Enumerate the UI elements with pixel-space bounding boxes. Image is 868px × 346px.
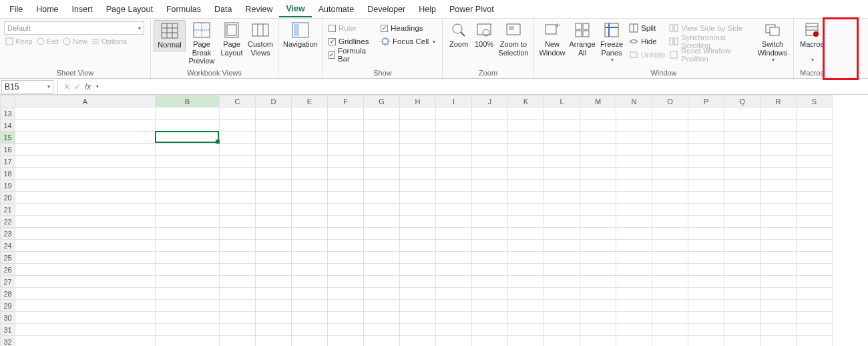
cell[interactable] — [761, 312, 797, 324]
cell[interactable] — [436, 120, 472, 132]
cell[interactable] — [797, 192, 833, 204]
cell[interactable] — [400, 300, 436, 312]
cell[interactable] — [761, 156, 797, 168]
cell[interactable] — [220, 288, 256, 300]
row-header[interactable]: 13 — [1, 108, 15, 120]
row-header[interactable]: 25 — [1, 252, 15, 264]
cell[interactable] — [292, 168, 328, 180]
cancel-formula-icon[interactable]: ✕ — [63, 82, 70, 92]
cell[interactable] — [256, 120, 292, 132]
cell[interactable] — [220, 192, 256, 204]
cell[interactable] — [15, 324, 156, 336]
cell[interactable] — [652, 324, 688, 336]
cell[interactable] — [15, 192, 156, 204]
cell[interactable] — [688, 132, 724, 144]
cell[interactable] — [220, 120, 256, 132]
row-header[interactable]: 17 — [1, 156, 15, 168]
enter-formula-icon[interactable]: ✓ — [74, 82, 81, 92]
cell[interactable] — [688, 288, 724, 300]
cell[interactable] — [328, 144, 364, 156]
cell[interactable] — [328, 120, 364, 132]
column-header[interactable]: R — [761, 96, 797, 108]
cell[interactable] — [256, 216, 292, 228]
cell[interactable] — [15, 180, 156, 192]
cell[interactable] — [797, 132, 833, 144]
zoom-to-selection-button[interactable]: Zoom to Selection — [496, 20, 531, 58]
row-header[interactable]: 22 — [1, 216, 15, 228]
cell[interactable] — [472, 228, 508, 240]
cell[interactable] — [256, 204, 292, 216]
row-header[interactable]: 20 — [1, 192, 15, 204]
cell[interactable] — [256, 228, 292, 240]
cell[interactable] — [724, 156, 761, 168]
cell[interactable] — [616, 288, 652, 300]
column-header[interactable]: O — [652, 96, 688, 108]
cell[interactable] — [472, 192, 508, 204]
row-header[interactable]: 30 — [1, 312, 15, 324]
cell[interactable] — [580, 120, 616, 132]
cell[interactable] — [724, 228, 761, 240]
cell[interactable] — [256, 288, 292, 300]
cell[interactable] — [15, 216, 156, 228]
select-all-corner[interactable] — [1, 96, 15, 108]
cell[interactable] — [15, 108, 156, 120]
spreadsheet-grid[interactable]: ABCDEFGHIJKLMNOPQRS131415161718192021222… — [0, 95, 868, 346]
cell[interactable] — [472, 288, 508, 300]
cell[interactable] — [256, 168, 292, 180]
cell[interactable] — [761, 324, 797, 336]
cell[interactable] — [688, 144, 724, 156]
column-header[interactable]: M — [580, 96, 616, 108]
unhide-button[interactable]: Unhide — [626, 48, 666, 61]
sheetview-new[interactable]: New — [63, 37, 87, 45]
cell[interactable] — [544, 336, 580, 347]
cell[interactable] — [616, 252, 652, 264]
cell[interactable] — [15, 240, 156, 252]
cell[interactable] — [688, 168, 724, 180]
cell[interactable] — [688, 300, 724, 312]
cell[interactable] — [616, 168, 652, 180]
cell[interactable] — [761, 168, 797, 180]
cell[interactable] — [156, 300, 220, 312]
cell[interactable] — [544, 156, 580, 168]
cell[interactable] — [724, 264, 761, 276]
cell[interactable] — [292, 252, 328, 264]
cell[interactable] — [508, 240, 544, 252]
cell[interactable] — [724, 276, 761, 288]
cell[interactable] — [15, 276, 156, 288]
cell[interactable] — [544, 192, 580, 204]
cell[interactable] — [328, 240, 364, 252]
cell[interactable] — [616, 156, 652, 168]
cell[interactable] — [15, 144, 156, 156]
cell[interactable] — [761, 264, 797, 276]
cell[interactable] — [508, 120, 544, 132]
cell[interactable] — [797, 336, 833, 347]
cell[interactable] — [156, 288, 220, 300]
cell[interactable] — [472, 156, 508, 168]
cell[interactable] — [580, 240, 616, 252]
cell[interactable] — [256, 132, 292, 144]
cell[interactable] — [652, 336, 688, 347]
row-header[interactable]: 19 — [1, 180, 15, 192]
row-header[interactable]: 16 — [1, 144, 15, 156]
cell[interactable] — [652, 312, 688, 324]
cell[interactable] — [256, 108, 292, 120]
cell[interactable] — [652, 300, 688, 312]
cell[interactable] — [508, 324, 544, 336]
cell[interactable] — [328, 216, 364, 228]
cell[interactable] — [724, 252, 761, 264]
sheetview-options[interactable]: Options — [91, 37, 127, 45]
cell[interactable] — [156, 168, 220, 180]
cell[interactable] — [256, 264, 292, 276]
cell[interactable] — [508, 204, 544, 216]
cell[interactable] — [472, 324, 508, 336]
cell[interactable] — [436, 276, 472, 288]
cell[interactable] — [688, 180, 724, 192]
cell[interactable] — [652, 288, 688, 300]
cell[interactable] — [472, 132, 508, 144]
cell[interactable] — [797, 264, 833, 276]
name-box[interactable]: B15 ▾ — [1, 80, 53, 94]
cell[interactable] — [156, 276, 220, 288]
fx-icon[interactable]: fx — [85, 82, 91, 92]
cell[interactable] — [400, 276, 436, 288]
cell[interactable] — [364, 204, 400, 216]
